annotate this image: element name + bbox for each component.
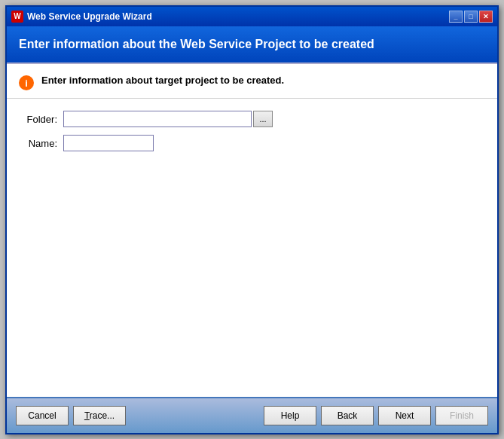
trace-button[interactable]: Trace... (73, 406, 126, 425)
folder-row: Folder: ... (22, 111, 482, 127)
footer-left: Cancel Trace... (16, 406, 126, 425)
header-text: Enter information about the Web Service … (19, 38, 374, 50)
form-section: Folder: ... Name: (7, 99, 497, 171)
title-bar-left: W Web Service Upgrade Wizard (11, 11, 152, 23)
finish-button: Finish (435, 406, 488, 425)
name-row: Name: (22, 135, 482, 151)
help-button[interactable]: Help (264, 406, 316, 425)
name-label: Name: (22, 138, 63, 149)
folder-input[interactable] (63, 111, 252, 127)
info-icon: i (19, 75, 34, 90)
folder-label: Folder: (22, 114, 63, 125)
info-section: i Enter information about target project… (7, 64, 497, 99)
title-bar: W Web Service Upgrade Wizard _ □ ✕ (7, 7, 497, 26)
browse-button[interactable]: ... (253, 111, 273, 127)
header-bar: Enter information about the Web Service … (7, 26, 497, 63)
info-description: Enter information about target project t… (41, 75, 284, 86)
back-button[interactable]: Back (321, 406, 374, 425)
footer-right: Help Back Next Finish (264, 406, 488, 425)
maximize-button[interactable]: □ (464, 11, 478, 23)
cancel-button[interactable]: Cancel (16, 406, 69, 425)
content-area: i Enter information about target project… (7, 62, 497, 396)
trace-label: Trace... (84, 410, 115, 421)
empty-content (7, 171, 497, 396)
window-icon: W (11, 11, 23, 23)
close-button[interactable]: ✕ (479, 11, 493, 23)
window-title: Web Service Upgrade Wizard (27, 11, 152, 22)
title-bar-controls: _ □ ✕ (449, 11, 493, 23)
minimize-button[interactable]: _ (449, 11, 463, 23)
next-button[interactable]: Next (378, 406, 431, 425)
footer: Cancel Trace... Help Back Next Finish (7, 397, 497, 433)
name-input[interactable] (63, 135, 154, 151)
main-window: W Web Service Upgrade Wizard _ □ ✕ Enter… (5, 5, 499, 434)
